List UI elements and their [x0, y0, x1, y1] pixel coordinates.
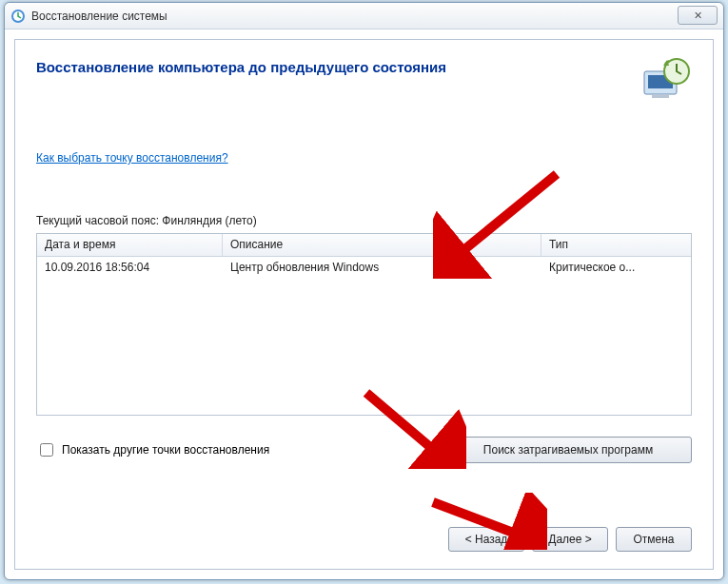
table-header: Дата и время Описание Тип	[37, 234, 691, 257]
show-more-checkbox[interactable]	[40, 443, 53, 457]
restore-icon	[639, 54, 692, 107]
restore-points-table: Дата и время Описание Тип 10.09.2016 18:…	[36, 233, 692, 416]
content-frame: Восстановление компьютера до предыдущего…	[14, 39, 714, 570]
cell-type: Критическое о...	[541, 258, 691, 277]
app-icon	[10, 9, 26, 24]
close-button[interactable]: ✕	[678, 6, 718, 25]
svg-rect-4	[652, 94, 669, 98]
header-datetime[interactable]: Дата и время	[37, 234, 223, 256]
system-restore-window: Восстановление системы ✕ Восстановление …	[4, 2, 724, 580]
close-icon: ✕	[694, 10, 702, 22]
titlebar[interactable]: Восстановление системы ✕	[5, 3, 723, 29]
wizard-footer: < Назад Далее > Отмена	[448, 527, 692, 552]
scan-affected-programs-button[interactable]: Поиск затрагиваемых программ	[444, 437, 692, 463]
cancel-button[interactable]: Отмена	[616, 527, 692, 552]
timezone-label: Текущий часовой пояс: Финляндия (лето)	[36, 214, 692, 227]
header-type[interactable]: Тип	[541, 234, 691, 256]
table-row[interactable]: 10.09.2016 18:56:04 Центр обновления Win…	[37, 257, 691, 278]
help-link[interactable]: Как выбрать точку восстановления?	[36, 151, 228, 165]
below-table-row: Показать другие точки восстановления Пои…	[36, 437, 692, 463]
window-title: Восстановление системы	[31, 10, 167, 23]
header-description[interactable]: Описание	[223, 234, 541, 256]
page-heading: Восстановление компьютера до предыдущего…	[36, 59, 692, 75]
cell-datetime: 10.09.2016 18:56:04	[37, 258, 223, 277]
back-button[interactable]: < Назад	[448, 527, 524, 552]
cell-description: Центр обновления Windows	[223, 258, 541, 277]
next-button[interactable]: Далее >	[532, 527, 608, 552]
show-more-label: Показать другие точки восстановления	[62, 443, 269, 457]
show-more-checkbox-wrap[interactable]: Показать другие точки восстановления	[36, 440, 269, 459]
content-inner: Восстановление компьютера до предыдущего…	[36, 59, 692, 512]
